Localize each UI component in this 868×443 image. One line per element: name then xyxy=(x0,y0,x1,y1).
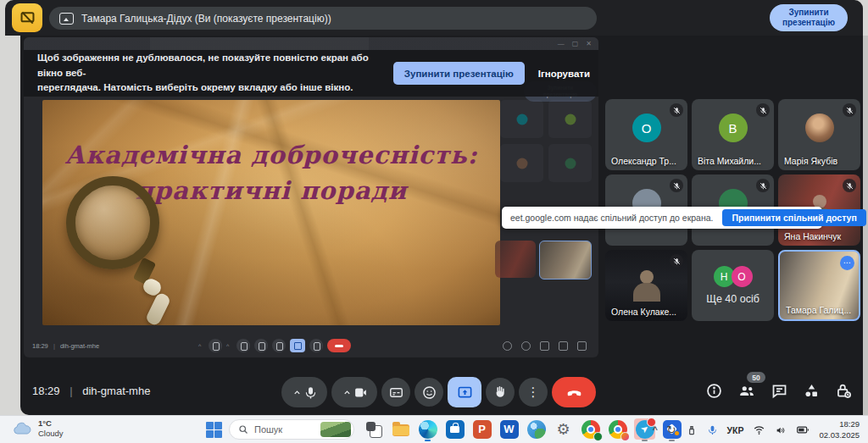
tray-clock[interactable]: 18:29 02.03.2025 xyxy=(819,419,860,440)
maximize-icon: ▢ xyxy=(572,38,579,49)
gear-icon: ⚙ xyxy=(556,420,570,439)
presenter-chip-label: Тамара Галицька-Дідух (Ви (показуєте пре… xyxy=(81,13,331,25)
task-view-button[interactable] xyxy=(363,418,384,440)
end-call-icon xyxy=(565,384,583,401)
banner-ignore-button[interactable]: Ігнорувати xyxy=(538,69,590,79)
microsoft-store-button[interactable] xyxy=(444,418,465,440)
avatar-photo xyxy=(805,114,834,142)
screen-share-top-bar: Тамара Галицька-Дідух (Ви (показуєте пре… xyxy=(5,0,863,36)
taskbar-search-box[interactable]: Пошук xyxy=(229,419,354,440)
search-highlight-image[interactable] xyxy=(320,422,351,437)
battery-icon[interactable] xyxy=(796,424,810,435)
dimmed-avatar xyxy=(565,158,576,169)
update-sync-icon[interactable]: ↻ xyxy=(667,424,676,436)
activities-button[interactable] xyxy=(803,382,821,400)
mini-chevron-icon: ^ xyxy=(226,343,232,349)
banner-stop-presentation-button[interactable]: Зупинити презентацію xyxy=(393,62,525,85)
avatar: О xyxy=(632,114,661,142)
mini-people-icon xyxy=(521,341,531,351)
dimmed-self-tile xyxy=(539,241,592,280)
profile-badge xyxy=(620,432,630,441)
reactions-button[interactable] xyxy=(415,378,443,407)
word-button[interactable]: W xyxy=(498,418,520,440)
present-icon xyxy=(457,385,473,401)
people-button[interactable]: 50 xyxy=(737,381,756,400)
dimmed-window-controls: — ▢ ✕ xyxy=(558,38,592,49)
powerpoint-button[interactable]: P xyxy=(471,418,492,440)
tile-more-options-button[interactable]: ⋯ xyxy=(840,256,854,270)
participant-tile[interactable]: О Олександр Тр... xyxy=(605,99,687,170)
present-button[interactable] xyxy=(448,377,481,407)
tray-chevron-icon[interactable]: ^ xyxy=(653,424,658,436)
language-indicator[interactable]: УКР xyxy=(727,425,744,435)
participant-name: Тамара Галиц... xyxy=(786,305,851,315)
slide-title-line1: Академічна доброчесність: xyxy=(65,141,478,169)
dimmed-tile xyxy=(548,144,592,182)
participant-count-badge: 50 xyxy=(747,372,765,383)
presentation-app-badge[interactable] xyxy=(12,3,42,32)
tray-date: 02.03.2025 xyxy=(819,430,860,440)
host-controls-button[interactable] xyxy=(835,382,853,400)
running-indicator xyxy=(425,440,431,442)
maps-button[interactable] xyxy=(526,418,547,440)
weather-desc: Cloudy xyxy=(38,429,64,439)
tray-mic-icon[interactable] xyxy=(707,424,718,435)
camera-icon xyxy=(353,385,368,400)
profile-badge xyxy=(593,432,603,441)
meet-clock: 18:29 xyxy=(32,385,60,397)
chrome-profile2-button[interactable] xyxy=(607,418,628,440)
overflow-avatars: Н О xyxy=(714,266,753,287)
mic-button[interactable] xyxy=(281,377,327,407)
raised-hand-icon xyxy=(492,385,508,400)
avatar: В xyxy=(719,114,748,142)
more-options-button[interactable]: ⋮ xyxy=(519,378,548,407)
share-warning-message: Щоб зображення не дублювалося, не показу… xyxy=(37,51,383,96)
participant-tile[interactable]: Олена Кулаке... xyxy=(605,250,687,321)
mic-icon xyxy=(303,385,318,400)
mini-chevron-icon: ^ xyxy=(198,343,204,349)
settings-button[interactable]: ⚙ xyxy=(553,418,574,440)
self-tile[interactable]: ⋯ Тамара Галиц... xyxy=(778,250,860,321)
call-controls: ⋮ xyxy=(281,377,596,407)
shared-screen-window: — ▢ ✕ Щоб зображення не дублювалося, не … xyxy=(24,37,598,357)
mic-muted-icon xyxy=(670,179,683,192)
edge-button[interactable] xyxy=(417,418,438,440)
globe-icon xyxy=(527,420,546,439)
presentation-slide: Академічна доброчесність: практичні пора… xyxy=(42,100,500,325)
meeting-details-button[interactable] xyxy=(705,382,723,400)
chat-button[interactable] xyxy=(771,382,788,400)
info-icon xyxy=(705,382,723,400)
wifi-icon[interactable] xyxy=(753,424,765,435)
recursive-clock-and-code: 18:29 | dih-gmat-mhe xyxy=(32,342,99,350)
mic-muted-icon xyxy=(670,103,683,117)
stop-sharing-button[interactable]: Припинити спільний доступ xyxy=(722,209,865,226)
start-button[interactable] xyxy=(206,422,222,438)
chrome-profile1-button[interactable] xyxy=(580,418,601,440)
overflow-tile[interactable]: Н О Ще 40 осіб xyxy=(692,250,774,321)
participant-tile[interactable]: В Віта Михайли... xyxy=(692,99,774,170)
file-explorer-button[interactable] xyxy=(390,418,411,440)
weather-temp: 1°C xyxy=(38,418,64,429)
end-call-button[interactable] xyxy=(552,377,596,407)
mic-muted-icon xyxy=(843,179,856,192)
stop-presentation-button[interactable]: Зупинити презентацію xyxy=(770,4,848,31)
presenter-chip[interactable]: Тамара Галицька-Дідух (Ви (показуєте пре… xyxy=(49,7,597,30)
more-vertical-icon: ⋮ xyxy=(527,385,540,400)
camera-button[interactable] xyxy=(331,377,377,407)
running-indicator xyxy=(642,440,648,442)
participant-tile[interactable]: Марія Якубів xyxy=(778,99,860,170)
mini-present-button xyxy=(290,339,305,352)
taskbar-weather-widget[interactable]: 1°C Cloudy xyxy=(12,418,64,439)
weather-text: 1°C Cloudy xyxy=(38,418,64,439)
divider: | xyxy=(70,385,72,397)
raise-hand-button[interactable] xyxy=(486,378,515,407)
participant-name: Віта Михайли... xyxy=(698,156,761,166)
minimize-icon: — xyxy=(558,38,565,49)
usb-device-icon[interactable] xyxy=(686,424,698,436)
dimmed-avatar xyxy=(565,114,576,125)
dimmed-tile xyxy=(500,100,543,138)
speaker-icon[interactable] xyxy=(775,424,787,436)
captions-button[interactable] xyxy=(381,378,410,407)
chevron-up-icon xyxy=(292,387,303,398)
sharing-message: eet.google.com надає спільний доступ до … xyxy=(510,213,713,223)
